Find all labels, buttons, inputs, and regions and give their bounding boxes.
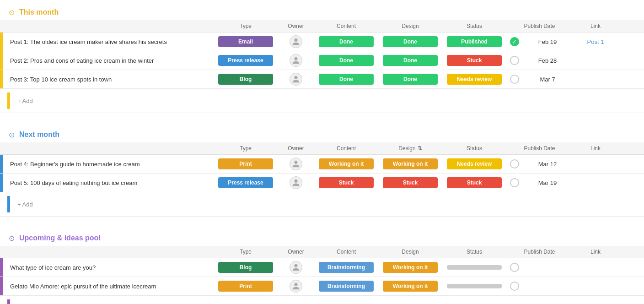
- row-type[interactable]: Email: [214, 34, 278, 49]
- status-badge[interactable]: Published: [447, 36, 502, 47]
- check-circle[interactable]: [510, 56, 519, 65]
- row-checkbox-area: [506, 159, 522, 168]
- type-badge[interactable]: Print: [218, 281, 273, 292]
- row-design[interactable]: Stuck: [378, 175, 442, 190]
- type-badge[interactable]: Press release: [218, 55, 273, 66]
- status-badge[interactable]: Stuck: [447, 55, 502, 66]
- content-badge[interactable]: Brainstorming: [319, 262, 374, 273]
- row-content[interactable]: Brainstorming: [314, 260, 378, 275]
- row-owner[interactable]: [278, 157, 314, 170]
- row-content[interactable]: Done: [314, 34, 378, 49]
- row-type[interactable]: Blog: [214, 72, 278, 87]
- row-status[interactable]: Needs review: [442, 72, 506, 87]
- row-type[interactable]: Blog: [214, 260, 278, 275]
- row-content[interactable]: Done: [314, 53, 378, 68]
- design-badge[interactable]: Working on it: [383, 158, 438, 169]
- row-design[interactable]: Working on it: [378, 157, 442, 171]
- table-row: Post 4: Beginner's guide to homemade ice…: [0, 155, 644, 174]
- collapse-icon-upcoming-ideas[interactable]: ⊙: [7, 234, 16, 242]
- row-design[interactable]: Done: [378, 72, 442, 87]
- status-badge[interactable]: [447, 265, 502, 270]
- row-owner[interactable]: [278, 73, 314, 86]
- content-badge[interactable]: Done: [319, 74, 374, 85]
- col-content-header: Content: [314, 249, 378, 255]
- type-badge[interactable]: Print: [218, 158, 273, 169]
- design-badge[interactable]: Done: [383, 74, 438, 85]
- type-badge[interactable]: Press release: [218, 177, 273, 188]
- avatar[interactable]: [290, 261, 302, 274]
- row-publish-date: Mar 19: [522, 178, 573, 188]
- type-badge[interactable]: Blog: [218, 262, 273, 273]
- row-owner[interactable]: [278, 176, 314, 189]
- status-badge[interactable]: [447, 284, 502, 288]
- add-row-upcoming-ideas[interactable]: + Add: [0, 296, 644, 304]
- status-badge[interactable]: Needs review: [447, 158, 502, 169]
- row-name: What type of ice cream are you?: [3, 264, 214, 271]
- avatar[interactable]: [290, 54, 302, 67]
- content-badge[interactable]: Done: [319, 36, 374, 47]
- row-status[interactable]: Published: [442, 34, 506, 49]
- add-row-label[interactable]: + Add: [10, 201, 33, 208]
- add-row-label[interactable]: + Add: [10, 98, 33, 104]
- row-content[interactable]: Done: [314, 72, 378, 87]
- status-badge[interactable]: Needs review: [447, 74, 502, 85]
- row-type[interactable]: Press release: [214, 53, 278, 68]
- avatar[interactable]: [290, 157, 302, 170]
- col-design-header[interactable]: Design ⇅: [378, 145, 442, 152]
- row-design[interactable]: Working on it: [378, 260, 442, 275]
- row-design[interactable]: Working on it: [378, 279, 442, 293]
- content-badge[interactable]: Working on it: [319, 158, 374, 169]
- row-content[interactable]: Working on it: [314, 157, 378, 171]
- check-circle[interactable]: [510, 263, 519, 272]
- collapse-icon-this-month[interactable]: ⊙: [7, 8, 16, 16]
- row-design[interactable]: Done: [378, 53, 442, 68]
- post-link[interactable]: Post 1: [587, 38, 604, 45]
- sort-icon[interactable]: ⇅: [418, 145, 422, 152]
- content-badge[interactable]: Stuck: [319, 177, 374, 188]
- add-row-this-month[interactable]: + Add: [0, 89, 644, 113]
- check-circle[interactable]: [510, 75, 519, 84]
- row-owner[interactable]: [278, 261, 314, 274]
- status-badge[interactable]: Stuck: [447, 177, 502, 188]
- add-row-next-month[interactable]: + Add: [0, 192, 644, 217]
- row-status[interactable]: Stuck: [442, 53, 506, 68]
- content-badge[interactable]: Brainstorming: [319, 281, 374, 292]
- avatar[interactable]: [290, 176, 302, 189]
- avatar[interactable]: [290, 35, 302, 48]
- row-status[interactable]: [442, 281, 506, 292]
- check-circle[interactable]: ✓: [510, 37, 519, 46]
- row-type[interactable]: Print: [214, 279, 278, 293]
- row-status[interactable]: [442, 262, 506, 273]
- row-content[interactable]: Stuck: [314, 175, 378, 190]
- row-design[interactable]: Done: [378, 34, 442, 49]
- content-badge[interactable]: Done: [319, 55, 374, 66]
- type-badge[interactable]: Blog: [218, 74, 273, 85]
- col-publish-header: Publish Date: [506, 23, 573, 29]
- row-name: Gelato Mio Amore: epic pursuit of the ul…: [3, 283, 214, 290]
- row-owner[interactable]: [278, 35, 314, 48]
- row-publish-date: Feb 19: [522, 37, 573, 47]
- avatar[interactable]: [290, 280, 302, 293]
- design-badge[interactable]: Done: [383, 36, 438, 47]
- row-content[interactable]: Brainstorming: [314, 279, 378, 293]
- design-badge[interactable]: Working on it: [383, 281, 438, 292]
- check-circle[interactable]: [510, 282, 519, 291]
- row-name: Post 4: Beginner's guide to homemade ice…: [3, 161, 214, 168]
- collapse-icon-next-month[interactable]: ⊙: [7, 130, 16, 139]
- row-status[interactable]: Needs review: [442, 157, 506, 171]
- design-badge[interactable]: Working on it: [383, 262, 438, 273]
- row-status[interactable]: Stuck: [442, 175, 506, 190]
- row-type[interactable]: Print: [214, 157, 278, 171]
- check-circle[interactable]: [510, 178, 519, 187]
- row-owner[interactable]: [278, 54, 314, 67]
- design-badge[interactable]: Stuck: [383, 177, 438, 188]
- row-link[interactable]: Post 1: [573, 38, 618, 45]
- check-circle[interactable]: [510, 159, 519, 168]
- row-type[interactable]: Press release: [214, 175, 278, 190]
- col-owner-header: Owner: [278, 145, 314, 152]
- avatar[interactable]: [290, 73, 302, 86]
- design-badge[interactable]: Done: [383, 55, 438, 66]
- type-badge[interactable]: Email: [218, 36, 273, 47]
- row-publish-date: Feb 28: [522, 55, 573, 66]
- row-owner[interactable]: [278, 280, 314, 293]
